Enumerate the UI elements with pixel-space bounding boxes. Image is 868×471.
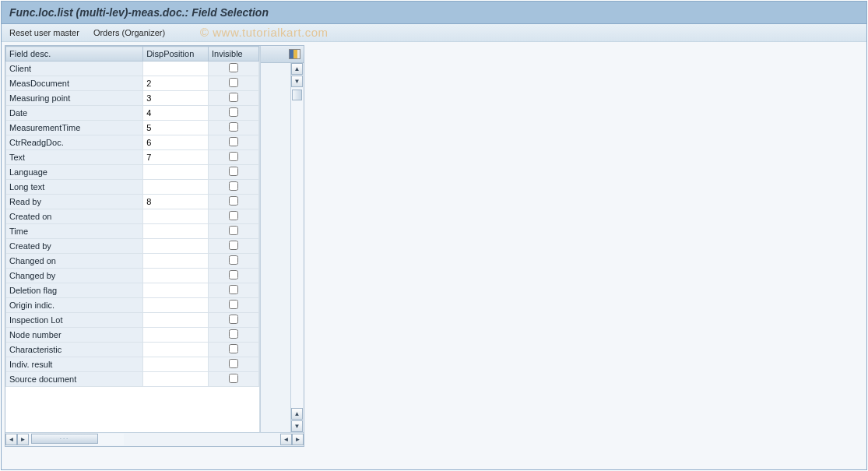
disp-position-input[interactable] xyxy=(146,345,205,354)
table-row[interactable]: Inspection Lot xyxy=(6,313,259,328)
disp-position-input[interactable] xyxy=(146,256,205,265)
disp-position-input[interactable] xyxy=(146,301,205,310)
invisible-cell[interactable] xyxy=(208,91,258,106)
table-row[interactable]: Client xyxy=(6,62,259,76)
disp-position-input[interactable] xyxy=(146,212,205,221)
disp-position-cell[interactable] xyxy=(143,180,209,195)
table-row[interactable]: Text xyxy=(6,150,259,165)
disp-position-cell[interactable] xyxy=(143,121,209,135)
table-row[interactable]: MeasDocument xyxy=(6,76,259,91)
invisible-checkbox[interactable] xyxy=(229,122,238,132)
disp-position-input[interactable] xyxy=(146,227,205,236)
invisible-checkbox[interactable] xyxy=(229,300,238,309)
invisible-checkbox[interactable] xyxy=(229,137,238,146)
field-desc-cell[interactable]: Characteristic xyxy=(6,343,143,357)
table-row[interactable]: CtrReadgDoc. xyxy=(6,135,259,150)
disp-position-input[interactable] xyxy=(146,241,205,251)
table-row[interactable]: Source document xyxy=(6,372,259,387)
disp-position-cell[interactable] xyxy=(143,283,209,298)
invisible-cell[interactable] xyxy=(208,254,258,269)
invisible-checkbox[interactable] xyxy=(229,285,238,294)
disp-position-cell[interactable] xyxy=(143,372,209,387)
invisible-checkbox[interactable] xyxy=(229,255,238,265)
table-row[interactable]: Language xyxy=(6,165,259,180)
invisible-cell[interactable] xyxy=(208,121,258,135)
disp-position-input[interactable] xyxy=(146,167,205,177)
scroll-left-end-icon[interactable]: ◄ xyxy=(280,434,292,445)
invisible-cell[interactable] xyxy=(208,165,258,180)
disp-position-input[interactable] xyxy=(146,79,205,88)
field-desc-cell[interactable]: MeasDocument xyxy=(6,76,143,91)
disp-position-input[interactable] xyxy=(146,182,205,192)
field-desc-cell[interactable]: Measuring point xyxy=(6,91,143,106)
field-desc-cell[interactable]: Language xyxy=(6,165,143,180)
invisible-cell[interactable] xyxy=(208,298,258,313)
field-desc-cell[interactable]: Read by xyxy=(6,195,143,209)
field-desc-cell[interactable]: Changed by xyxy=(6,269,143,283)
scroll-left-icon[interactable]: ◄ xyxy=(5,434,17,445)
table-row[interactable]: Origin indic. xyxy=(6,298,259,313)
disp-position-cell[interactable] xyxy=(143,135,209,150)
disp-position-cell[interactable] xyxy=(143,269,209,283)
invisible-cell[interactable] xyxy=(208,224,258,239)
field-desc-cell[interactable]: Created on xyxy=(6,209,143,224)
scroll-right-step-icon[interactable]: ► xyxy=(17,434,29,445)
disp-position-cell[interactable] xyxy=(143,150,209,165)
invisible-cell[interactable] xyxy=(208,209,258,224)
reset-user-master-link[interactable]: Reset user master xyxy=(9,28,79,37)
invisible-cell[interactable] xyxy=(208,283,258,298)
disp-position-cell[interactable] xyxy=(143,224,209,239)
disp-position-input[interactable] xyxy=(146,123,205,132)
table-row[interactable]: Changed by xyxy=(6,269,259,283)
table-row[interactable]: Indiv. result xyxy=(6,357,259,372)
scroll-down2-icon[interactable]: ▼ xyxy=(291,420,303,432)
disp-position-input[interactable] xyxy=(146,374,205,384)
table-row[interactable]: Created on xyxy=(6,209,259,224)
invisible-cell[interactable] xyxy=(208,269,258,283)
table-row[interactable]: Characteristic xyxy=(6,343,259,357)
disp-position-cell[interactable] xyxy=(143,91,209,106)
table-row[interactable]: Read by xyxy=(6,195,259,209)
invisible-cell[interactable] xyxy=(208,76,258,91)
table-row[interactable]: Node number xyxy=(6,328,259,343)
table-row[interactable]: Date xyxy=(6,106,259,121)
disp-position-cell[interactable] xyxy=(143,209,209,224)
disp-position-input[interactable] xyxy=(146,64,205,73)
field-desc-cell[interactable]: Time xyxy=(6,224,143,239)
table-row[interactable]: Created by xyxy=(6,239,259,254)
field-desc-cell[interactable]: Created by xyxy=(6,239,143,254)
disp-position-cell[interactable] xyxy=(143,62,209,76)
scroll-up2-icon[interactable]: ▲ xyxy=(291,408,303,420)
invisible-cell[interactable] xyxy=(208,62,258,76)
invisible-cell[interactable] xyxy=(208,372,258,387)
scroll-up-icon[interactable]: ▲ xyxy=(291,63,303,75)
invisible-cell[interactable] xyxy=(208,106,258,121)
invisible-checkbox[interactable] xyxy=(229,226,238,235)
disp-position-input[interactable] xyxy=(146,138,205,147)
invisible-checkbox[interactable] xyxy=(229,78,238,87)
invisible-checkbox[interactable] xyxy=(229,196,238,206)
vertical-scroll-thumb[interactable] xyxy=(292,90,302,100)
scroll-down-icon[interactable]: ▼ xyxy=(291,76,303,87)
invisible-checkbox[interactable] xyxy=(229,374,238,383)
choose-layout-icon[interactable] xyxy=(289,49,300,59)
col-header-invisible[interactable]: Invisible xyxy=(208,47,258,62)
disp-position-input[interactable] xyxy=(146,315,205,325)
disp-position-cell[interactable] xyxy=(143,76,209,91)
horizontal-scroll-thumb[interactable]: ∙∙∙ xyxy=(31,434,98,444)
invisible-checkbox[interactable] xyxy=(229,241,238,250)
field-desc-cell[interactable]: Changed on xyxy=(6,254,143,269)
invisible-checkbox[interactable] xyxy=(229,344,238,353)
col-header-field-desc[interactable]: Field desc. xyxy=(6,47,143,62)
disp-position-input[interactable] xyxy=(146,271,205,280)
field-desc-cell[interactable]: CtrReadgDoc. xyxy=(6,135,143,150)
invisible-checkbox[interactable] xyxy=(229,152,238,161)
field-desc-cell[interactable]: Text xyxy=(6,150,143,165)
invisible-checkbox[interactable] xyxy=(229,181,238,191)
disp-position-input[interactable] xyxy=(146,197,205,206)
invisible-cell[interactable] xyxy=(208,180,258,195)
field-desc-cell[interactable]: Indiv. result xyxy=(6,357,143,372)
invisible-checkbox[interactable] xyxy=(229,63,238,72)
disp-position-input[interactable] xyxy=(146,286,205,295)
col-header-disp-position[interactable]: DispPosition xyxy=(143,47,209,62)
